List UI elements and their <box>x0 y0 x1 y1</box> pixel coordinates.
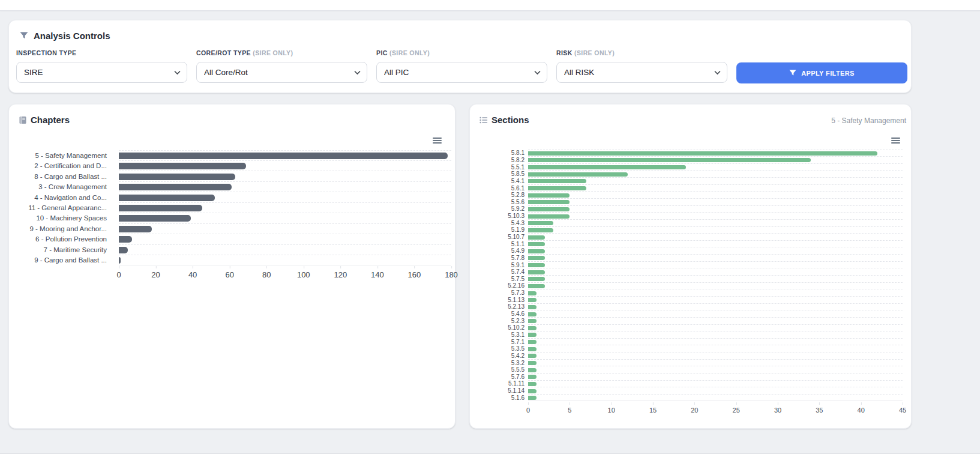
bar[interactable] <box>528 207 570 211</box>
bar-row: 5.1.9 <box>476 226 903 234</box>
bar[interactable] <box>528 277 545 281</box>
bar-track <box>119 244 451 255</box>
bar[interactable] <box>528 312 537 316</box>
bar-label: 5.1.6 <box>476 395 528 401</box>
bar[interactable] <box>528 291 537 295</box>
bar-row: 5.7.4 <box>476 268 903 276</box>
bar-label: 5.5.1 <box>476 164 528 171</box>
x-axis: 020406080100120140160180 <box>119 265 451 281</box>
apply-filters-button[interactable]: APPLY FILTERS <box>736 62 907 83</box>
filter-risk: RISK (SIRE ONLY) All RISK <box>556 49 727 83</box>
bottom-footer-edge <box>0 453 980 472</box>
top-navbar-edge <box>0 0 980 11</box>
bar-label: 3 - Crew Management <box>19 183 119 190</box>
bar-row: 5.4.3 <box>476 219 903 226</box>
risk-select[interactable]: All RISK <box>556 62 727 83</box>
filter-core-rot-type: CORE/ROT TYPE (SIRE ONLY) All Core/Rot <box>196 49 367 83</box>
tick-label: 20 <box>151 270 160 279</box>
tick-label: 45 <box>899 407 906 414</box>
bar[interactable] <box>119 174 235 180</box>
bar[interactable] <box>528 305 537 309</box>
bar[interactable] <box>119 163 246 169</box>
bar[interactable] <box>528 186 586 190</box>
bar-row: 10 - Machinery Spaces <box>19 213 451 223</box>
filter-inspection-type: INSPECTION TYPE SIRE <box>16 49 187 83</box>
chart-menu-icon[interactable] <box>890 136 901 145</box>
bar-label: 5.4.9 <box>476 247 528 254</box>
bar-row: 9 - Cargo and Ballast ... <box>19 255 451 265</box>
bar[interactable] <box>528 242 545 246</box>
bar[interactable] <box>528 200 570 204</box>
pic-select[interactable]: All PIC <box>376 62 547 83</box>
inspection-type-select[interactable]: SIRE <box>16 62 187 83</box>
bar[interactable] <box>119 226 152 232</box>
bar-row: 5.10.2 <box>476 324 903 331</box>
bar[interactable] <box>528 263 545 267</box>
bar[interactable] <box>119 153 448 159</box>
bar-label: 5.2.3 <box>476 318 528 324</box>
bar[interactable] <box>528 347 537 351</box>
bar-label: 5.2.8 <box>476 192 528 198</box>
bar[interactable] <box>119 205 202 211</box>
tick-label: 140 <box>371 270 384 279</box>
bar-row: 5.8.1 <box>476 150 903 157</box>
bar-label: 5.1.14 <box>476 387 528 394</box>
bar-track <box>119 171 451 181</box>
bar[interactable] <box>528 256 545 260</box>
bar-row: 5.6.1 <box>476 184 903 192</box>
bar[interactable] <box>119 184 232 190</box>
bar-row: 5.3.2 <box>476 359 903 366</box>
bar[interactable] <box>119 236 132 243</box>
bar[interactable] <box>528 396 537 400</box>
bar[interactable] <box>528 326 537 330</box>
bar[interactable] <box>528 249 545 253</box>
bar[interactable] <box>528 179 586 183</box>
bar[interactable] <box>528 368 537 372</box>
bar[interactable] <box>528 158 811 162</box>
bar[interactable] <box>528 228 553 232</box>
bar[interactable] <box>528 193 570 198</box>
bar[interactable] <box>528 172 628 177</box>
bar-track <box>119 255 451 265</box>
bar-row: 5.8.5 <box>476 171 903 178</box>
bar-label: 5.8.1 <box>476 150 528 156</box>
bar-row: 5.5.5 <box>476 366 903 374</box>
bar-row: 5.1.1 <box>476 240 903 247</box>
bar[interactable] <box>528 298 537 302</box>
bar-row: 5.3.1 <box>476 331 903 339</box>
bar[interactable] <box>528 151 877 156</box>
filter-funnel-icon <box>789 70 796 77</box>
bar[interactable] <box>528 354 537 358</box>
bar-row: 5.9.2 <box>476 205 903 213</box>
bar-label: 2 - Certification and D... <box>19 162 119 169</box>
bar[interactable] <box>528 235 545 240</box>
bar[interactable] <box>528 284 545 288</box>
bar-label: 4 - Navigation and Co... <box>19 194 119 201</box>
bar[interactable] <box>119 247 128 253</box>
bar[interactable] <box>528 340 537 344</box>
bar-label: 5.9.1 <box>476 262 528 268</box>
bar[interactable] <box>528 165 686 169</box>
bar[interactable] <box>528 221 553 225</box>
core-rot-type-select[interactable]: All Core/Rot <box>196 62 367 83</box>
analysis-controls-title: Analysis Controls <box>20 31 110 41</box>
bar[interactable] <box>119 257 121 264</box>
bar-track <box>119 234 451 244</box>
bar[interactable] <box>528 319 537 323</box>
bar[interactable] <box>528 382 537 386</box>
bar[interactable] <box>528 375 537 379</box>
inspection-type-label: INSPECTION TYPE <box>16 49 187 56</box>
bar[interactable] <box>528 270 545 274</box>
bar[interactable] <box>528 333 537 337</box>
bar[interactable] <box>528 389 537 393</box>
bar-label: 5.8.2 <box>476 157 528 163</box>
bar[interactable] <box>119 215 191 222</box>
sections-title-text: Sections <box>492 115 529 125</box>
bar-track <box>119 192 451 202</box>
bar[interactable] <box>528 361 537 365</box>
bar[interactable] <box>528 214 570 219</box>
book-icon <box>19 116 27 124</box>
bar-label: 11 - General Appearanc... <box>19 204 119 211</box>
bar[interactable] <box>119 195 215 201</box>
chart-menu-icon[interactable] <box>431 136 443 145</box>
